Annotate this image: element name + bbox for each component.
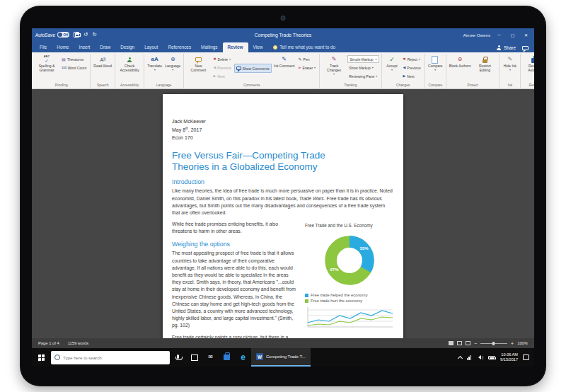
- previous-change-button[interactable]: ◀Previous: [402, 64, 422, 71]
- taskbar-clock[interactable]: 10:06 AM 9/15/2017: [500, 352, 518, 363]
- mail-app-button[interactable]: ✉: [202, 348, 219, 367]
- legend-swatch-blue: [305, 294, 308, 297]
- volume-icon[interactable]: ): [476, 355, 483, 359]
- block-authors-button[interactable]: ⊘ Block Authors: [449, 54, 472, 83]
- task-view-button[interactable]: [186, 348, 202, 367]
- toggle-knob: [58, 33, 62, 37]
- eraser-button[interactable]: ▰Eraser▾: [297, 64, 318, 71]
- show-hidden-icons-chevron[interactable]: [458, 355, 463, 360]
- tell-me-label: Tell me what you want to do: [279, 45, 335, 50]
- spelling-grammar-button[interactable]: ABC✓ Spelling & Grammar: [35, 54, 59, 83]
- undo-icon[interactable]: ↺: [83, 32, 88, 38]
- secondary-line-chart: [305, 306, 394, 330]
- page-indicator[interactable]: Page 1 of 4: [38, 341, 59, 345]
- web-layout-view-icon[interactable]: [466, 341, 470, 345]
- share-button[interactable]: Share: [497, 45, 516, 50]
- hide-ink-button[interactable]: ✎ Hide Ink ▾: [502, 54, 518, 83]
- comments-panel-icon[interactable]: [522, 46, 529, 50]
- display-for-review-combobox[interactable]: Simple Markup▾: [347, 55, 379, 63]
- tell-me-box[interactable]: Tell me what you want to do: [267, 42, 341, 52]
- resume-assistant-button[interactable]: Resume Assistant: [523, 54, 534, 83]
- reject-button[interactable]: ✖Reject▾: [402, 55, 422, 63]
- zoom-level[interactable]: 100%: [517, 341, 528, 345]
- microphone-button[interactable]: [170, 348, 186, 367]
- cortana-icon: [54, 354, 60, 360]
- autosave-toggle[interactable]: AutoSave Off: [35, 32, 69, 38]
- next-change-button[interactable]: ▶Next: [402, 72, 422, 80]
- reviewing-pane-button[interactable]: Reviewing Pane▾: [347, 72, 379, 80]
- minimize-button[interactable]: ─: [495, 28, 504, 41]
- battery-icon[interactable]: [488, 356, 495, 359]
- document-page[interactable]: Jack McKeever May 8th, 2017 Econ 170 Fre…: [163, 94, 403, 338]
- tab-references[interactable]: References: [163, 42, 196, 52]
- previous-comment-button[interactable]: ◀Previous: [212, 64, 232, 71]
- compare-button[interactable]: Compare ▾: [427, 54, 444, 83]
- tab-draw[interactable]: Draw: [95, 42, 115, 52]
- track-changes-button[interactable]: ✎ Track Changes ▾: [322, 54, 346, 83]
- signed-in-user[interactable]: Aimee Owens: [463, 33, 490, 38]
- pen-button[interactable]: ✎Pen: [297, 55, 318, 63]
- action-center-icon[interactable]: [523, 354, 529, 360]
- hide-ink-icon: ✎: [508, 55, 513, 64]
- autosave-switch[interactable]: Off: [57, 32, 69, 38]
- tab-file[interactable]: File: [35, 42, 52, 52]
- restore-button[interactable]: ▢: [508, 28, 517, 41]
- group-label-language: Language: [146, 83, 181, 88]
- tab-insert[interactable]: Insert: [74, 42, 95, 52]
- doc-paragraph-intro: Like many theories, the idea of free tra…: [172, 188, 394, 217]
- delete-comment-button[interactable]: ✖Delete▾: [212, 55, 232, 63]
- tab-design[interactable]: Design: [115, 42, 139, 52]
- tab-home[interactable]: Home: [52, 42, 74, 52]
- zoom-slider[interactable]: [480, 343, 507, 344]
- edge-app-button[interactable]: e: [235, 348, 251, 367]
- translate-button[interactable]: aA Translate ▾: [146, 54, 163, 83]
- word-count-button[interactable]: 123Word Count: [60, 64, 88, 71]
- clock-time: 10:06 AM: [500, 352, 518, 357]
- task-view-icon: [191, 354, 198, 361]
- show-comments-button[interactable]: Show Comments: [234, 64, 272, 73]
- ink-comment-button[interactable]: ✎ Ink Comment: [273, 54, 296, 83]
- eraser-icon: ▰: [299, 66, 301, 69]
- restrict-editing-button[interactable]: Restrict Editing: [473, 54, 497, 83]
- dropdown-arrow-icon: ▾: [419, 58, 420, 61]
- word-taskbar-button[interactable]: W Competing Trade T...: [251, 348, 311, 367]
- word-count-indicator[interactable]: 1159 words: [68, 341, 89, 345]
- print-layout-view-icon[interactable]: [457, 341, 462, 345]
- embedded-chart[interactable]: Free Trade and the U.S. Economy 33% 67% …: [305, 223, 394, 333]
- document-canvas[interactable]: Jack McKeever May 8th, 2017 Econ 170 Fre…: [32, 89, 534, 338]
- zoom-in-button[interactable]: +: [511, 341, 514, 346]
- next-comment-button[interactable]: ▶Next: [212, 72, 232, 80]
- check-accessibility-button[interactable]: Check Accessibility: [117, 54, 142, 83]
- dropdown-arrow-icon: ▾: [154, 69, 156, 71]
- taskbar-search[interactable]: [51, 351, 170, 364]
- ribbon-group-tracking: ✎ Track Changes ▾ Simple Markup▾ Show Ma…: [320, 54, 381, 88]
- ribbon-group-proofing: ABC✓ Spelling & Grammar ▤Thesaurus 123Wo…: [33, 54, 91, 88]
- network-icon[interactable]: [467, 355, 472, 360]
- new-comment-button[interactable]: New Comment: [186, 54, 210, 83]
- show-markup-button[interactable]: Show Markup▾: [347, 64, 379, 71]
- language-button[interactable]: ⊕ Language ▾: [164, 54, 181, 83]
- accept-button[interactable]: ✓ Accept ▾: [384, 54, 400, 83]
- tab-review[interactable]: Review: [223, 42, 248, 52]
- lock-icon: [483, 55, 487, 64]
- read-mode-view-icon[interactable]: [449, 341, 454, 345]
- zoom-slider-thumb[interactable]: [492, 342, 495, 345]
- close-button[interactable]: ✕: [521, 28, 531, 41]
- save-icon[interactable]: [74, 32, 79, 38]
- delete-comment-icon: ✖: [213, 57, 216, 61]
- thesaurus-button[interactable]: ▤Thesaurus: [60, 55, 88, 63]
- block-authors-icon: ⊘: [458, 55, 463, 64]
- ribbon-group-protect: ⊘ Block Authors Restrict Editing Protect: [446, 54, 500, 88]
- search-input[interactable]: [63, 355, 166, 360]
- redo-icon[interactable]: ↻: [92, 32, 96, 38]
- group-label-accessibility: Accessibility: [117, 83, 142, 88]
- store-app-button[interactable]: [219, 348, 235, 367]
- tab-view[interactable]: View: [248, 42, 268, 52]
- doc-paragraph-downside: Free trade certainly paints a rosy pictu…: [172, 334, 394, 338]
- read-aloud-button[interactable]: A))) Read Aloud: [93, 54, 112, 83]
- tab-layout[interactable]: Layout: [139, 42, 163, 52]
- legend-swatch-green: [305, 299, 308, 303]
- start-button[interactable]: [32, 348, 51, 367]
- tab-mailings[interactable]: Mailings: [196, 42, 222, 52]
- zoom-out-button[interactable]: −: [474, 341, 477, 346]
